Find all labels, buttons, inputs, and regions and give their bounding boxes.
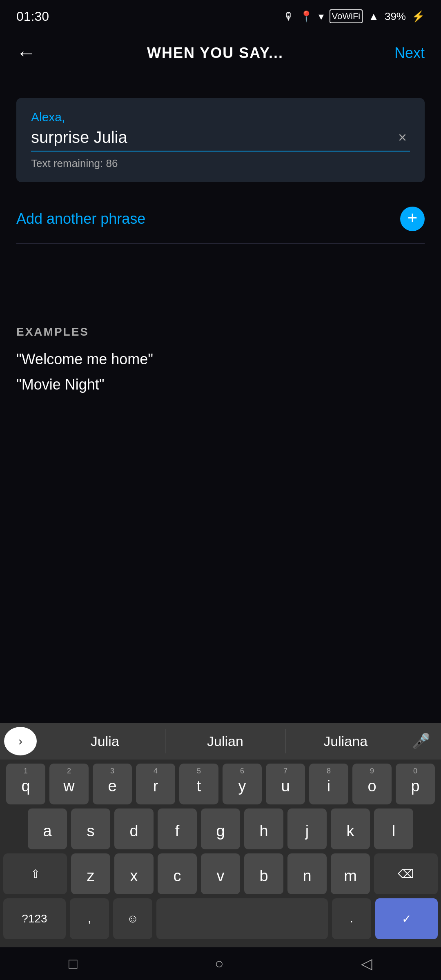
main-content: Alexa, × Text remaining: 86 Add another … [0, 74, 441, 393]
key-q[interactable]: 1q [6, 764, 45, 804]
clear-button[interactable]: × [395, 129, 410, 146]
input-label: Alexa, [31, 110, 410, 124]
keyboard-row-2: a s d f g h j k l [3, 808, 438, 849]
key-enter[interactable]: ✓ [375, 898, 438, 939]
keyboard: 1q 2w 3e 4r 5t 6y 7u 8i 9o 0p a s d f g … [0, 760, 441, 947]
key-emoji[interactable]: ☺ [113, 898, 152, 939]
key-n[interactable]: n [287, 853, 327, 894]
chevron-right-icon: › [18, 734, 22, 748]
next-button[interactable]: Next [394, 45, 425, 62]
key-r[interactable]: 4r [136, 764, 175, 804]
example-item-2: "Movie Night" [16, 376, 425, 393]
suggestion-bar: › Julia Julian Juliana 🎤 [0, 723, 441, 760]
key-space[interactable] [156, 898, 328, 939]
keyboard-area: › Julia Julian Juliana 🎤 1q 2w 3e 4r 5t … [0, 723, 441, 947]
key-x[interactable]: x [114, 853, 154, 894]
key-h[interactable]: h [244, 808, 283, 849]
mic-status-icon: 🎙 [283, 10, 294, 23]
keyboard-row-4: ?123 , ☺ . ✓ [3, 898, 438, 939]
back-button[interactable]: ← [16, 43, 36, 63]
page-title: WHEN YOU SAY... [147, 45, 283, 62]
key-k[interactable]: k [331, 808, 370, 849]
key-o[interactable]: 9o [352, 764, 392, 804]
key-d[interactable]: d [114, 808, 154, 849]
input-row: × [31, 128, 410, 151]
header: ← WHEN YOU SAY... Next [0, 33, 441, 74]
key-period[interactable]: . [332, 898, 371, 939]
add-phrase-icon[interactable]: + [400, 207, 425, 231]
input-card: Alexa, × Text remaining: 86 [16, 98, 425, 182]
suggestion-words: Julia Julian Juliana [45, 729, 405, 753]
wifi-icon: ▾ [318, 10, 324, 23]
nav-square-icon[interactable]: □ [69, 955, 78, 972]
key-g[interactable]: g [201, 808, 240, 849]
key-numbers[interactable]: ?123 [3, 898, 66, 939]
key-s[interactable]: s [71, 808, 110, 849]
examples-title: EXAMPLES [16, 325, 425, 339]
add-phrase-row[interactable]: Add another phrase + [16, 190, 425, 244]
suggestion-word-1[interactable]: Julia [45, 729, 165, 753]
key-u[interactable]: 7u [266, 764, 305, 804]
plus-icon: + [408, 209, 418, 227]
suggestion-word-2[interactable]: Julian [165, 729, 286, 753]
key-j[interactable]: j [287, 808, 327, 849]
keyboard-row-3: ⇧ z x c v b n m ⌫ [3, 853, 438, 894]
key-f[interactable]: f [158, 808, 197, 849]
key-l[interactable]: l [374, 808, 413, 849]
key-e[interactable]: 3e [93, 764, 132, 804]
vowifi-icon: VoWiFi [330, 9, 363, 23]
key-v[interactable]: v [201, 853, 240, 894]
nav-circle-icon[interactable]: ○ [215, 955, 224, 972]
key-m[interactable]: m [331, 853, 370, 894]
key-y[interactable]: 6y [223, 764, 262, 804]
text-remaining: Text remaining: 86 [31, 157, 410, 170]
phrase-input[interactable] [31, 128, 395, 147]
key-i[interactable]: 8i [309, 764, 348, 804]
key-b[interactable]: b [244, 853, 283, 894]
nav-triangle-icon[interactable]: ◁ [361, 955, 372, 972]
key-a[interactable]: a [28, 808, 67, 849]
key-w[interactable]: 2w [49, 764, 89, 804]
key-comma[interactable]: , [70, 898, 109, 939]
examples-section: EXAMPLES "Welcome me home" "Movie Night" [16, 244, 425, 393]
suggestion-arrow[interactable]: › [4, 727, 37, 755]
battery-icon: ⚡ [412, 10, 425, 23]
suggestion-word-3[interactable]: Juliana [285, 729, 405, 753]
key-t[interactable]: 5t [179, 764, 218, 804]
status-time: 01:30 [16, 9, 49, 24]
location-icon: 📍 [300, 10, 313, 23]
key-p[interactable]: 0p [396, 764, 435, 804]
signal-icon: ▲ [368, 10, 379, 23]
battery-text: 39% [385, 10, 406, 23]
example-item-1: "Welcome me home" [16, 351, 425, 368]
status-icons: 🎙 📍 ▾ VoWiFi ▲ 39% ⚡ [283, 9, 425, 23]
key-z[interactable]: z [71, 853, 110, 894]
key-backspace[interactable]: ⌫ [374, 853, 438, 894]
key-c[interactable]: c [158, 853, 197, 894]
key-shift[interactable]: ⇧ [3, 853, 67, 894]
keyboard-row-1: 1q 2w 3e 4r 5t 6y 7u 8i 9o 0p [3, 764, 438, 804]
keyboard-mic-icon[interactable]: 🎤 [405, 733, 437, 750]
add-phrase-label: Add another phrase [16, 210, 145, 227]
status-bar: 01:30 🎙 📍 ▾ VoWiFi ▲ 39% ⚡ [0, 0, 441, 33]
nav-bar: □ ○ ◁ [0, 947, 441, 980]
